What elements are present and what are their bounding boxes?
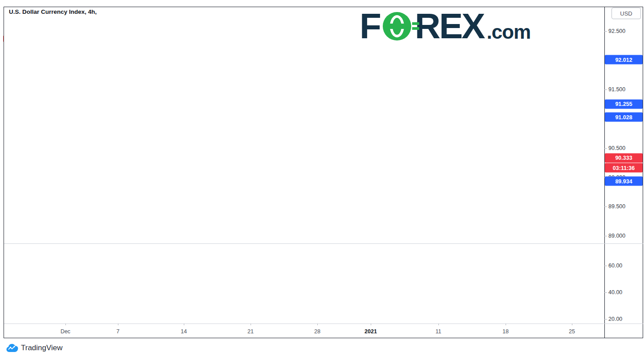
time-tickmark	[572, 324, 572, 325]
time-tick-label: 14	[181, 328, 187, 335]
price-level-tag: 89.934	[605, 177, 643, 186]
tradingview-cloud-icon	[6, 344, 18, 352]
price-tick-label: 91.500	[608, 86, 625, 93]
rsi-tick-label: 60.00	[608, 263, 622, 269]
time-tick-label: 25	[569, 328, 575, 335]
time-tickmark	[506, 324, 506, 325]
watermark-letter-f: F	[360, 12, 380, 40]
price-tick-label: 89.500	[608, 203, 625, 210]
time-tickmark	[251, 324, 251, 325]
price-tickmark	[604, 206, 607, 207]
pane-separator-price-rsi	[4, 243, 643, 244]
time-tick-label: Dec	[61, 328, 70, 335]
time-tick-label: 2021	[365, 328, 377, 335]
rsi-tick-label: 40.00	[608, 289, 622, 295]
forex-o-icon	[383, 12, 413, 40]
forex-com-watermark: F REX .com	[360, 11, 531, 42]
symbol-title: U.S. Dollar Currency Index, 4h,	[9, 8, 97, 15]
time-tick-label: 11	[436, 328, 441, 335]
price-tickmark	[604, 31, 607, 32]
rsi-tickmark	[604, 319, 607, 320]
chart-page: { "header": { "symbol_title": "U.S. Doll…	[0, 0, 644, 360]
watermark-dot-com: .com	[486, 21, 531, 43]
price-tick-label: 90.500	[608, 145, 625, 151]
time-tick-label: 21	[247, 328, 254, 335]
tradingview-attribution[interactable]: TradingView	[6, 344, 63, 352]
price-tickmark	[604, 148, 607, 149]
price-tickmark	[604, 89, 607, 90]
price-level-tag: 91.255	[605, 99, 643, 109]
time-tickmark	[317, 324, 318, 325]
price-tickmark	[604, 236, 607, 236]
time-tick-label: 7	[117, 328, 120, 335]
rsi-tickmark	[604, 266, 607, 266]
price-level-tag: 92.012	[605, 55, 643, 65]
time-tickmark	[371, 324, 371, 325]
rsi-tick-label: 20.00	[608, 316, 622, 322]
price-tick-label: 92.500	[608, 28, 625, 34]
time-tick-label: 28	[314, 328, 320, 335]
currency-toggle-button[interactable]: USD	[612, 8, 641, 19]
chart-frame	[4, 7, 643, 338]
bar-countdown-tag: 03:11:36	[605, 163, 643, 173]
tradingview-label: TradingView	[21, 344, 63, 352]
price-tick-label: 89.000	[608, 233, 625, 239]
time-tickmark	[438, 324, 439, 325]
watermark-letters-rex: REX	[415, 12, 484, 40]
time-tick-label: 18	[502, 328, 509, 335]
time-tickmark	[184, 324, 184, 325]
rsi-tickmark	[604, 292, 607, 293]
time-tickmark	[118, 324, 118, 325]
price-level-tag: 91.028	[605, 113, 643, 122]
current-price-tag: 90.333	[605, 153, 643, 162]
time-tickmark	[65, 324, 66, 325]
pane-separator-rsi-time	[4, 324, 643, 324]
